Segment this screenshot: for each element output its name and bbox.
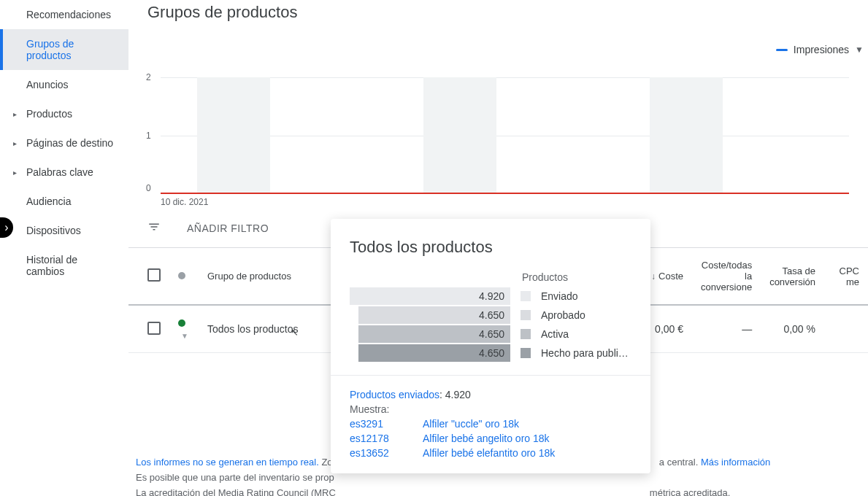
x-tick-start: 10 dic. 2021 bbox=[161, 197, 208, 207]
swatch-icon bbox=[521, 329, 531, 339]
cell-cost-per-conv: — bbox=[692, 305, 761, 353]
select-all-checkbox[interactable] bbox=[147, 268, 161, 282]
col-cpc[interactable]: CPC me bbox=[824, 248, 868, 305]
col-cost-per-conv[interactable]: Coste/todas la conversione bbox=[692, 248, 761, 305]
cell-conv-rate: 0,00 % bbox=[761, 305, 824, 353]
chevron-down-icon: ▼ bbox=[855, 44, 864, 55]
sample-name-link[interactable]: Alfiler bebé elefantito oro 18k bbox=[423, 447, 555, 459]
page-title: Grupos de productos bbox=[128, 0, 868, 35]
cell-cpc bbox=[824, 305, 868, 353]
chevron-right-icon: ▸ bbox=[13, 168, 17, 177]
chart-container: Impresiones ▼ 2 1 0 10 dic. 2021 bbox=[128, 35, 868, 201]
sample-name-link[interactable]: Alfiler bebé angelito oro 18k bbox=[423, 433, 550, 444]
footer-link-more-info[interactable]: Más información bbox=[701, 457, 770, 468]
sidebar-item-palabras-clave[interactable]: ▸Palabras clave bbox=[0, 158, 128, 187]
sample-id-link[interactable]: es12178 bbox=[350, 433, 423, 444]
filter-icon[interactable] bbox=[147, 220, 161, 236]
swatch-icon bbox=[521, 310, 531, 320]
y-tick-1: 1 bbox=[146, 131, 151, 141]
add-filter-button[interactable]: AÑADIR FILTRO bbox=[187, 222, 269, 234]
sort-down-icon: ↓ bbox=[651, 271, 656, 282]
sample-id-link[interactable]: es3291 bbox=[350, 418, 423, 430]
legend-dash-icon bbox=[776, 49, 788, 51]
sidebar-item-recomendaciones[interactable]: Recomendaciones bbox=[0, 0, 128, 29]
chart-area: 2 1 0 10 dic. 2021 bbox=[153, 77, 849, 194]
chart-series-line bbox=[161, 193, 849, 194]
sidebar-item-anuncios[interactable]: Anuncios bbox=[0, 70, 128, 99]
tooltip-bar-aprobado: 4.650 bbox=[358, 306, 510, 324]
tooltip-sample-row: es13652 Alfiler bebé elefantito oro 18k bbox=[350, 447, 631, 459]
sidebar-item-historial-de-cambios[interactable]: Historial de cambios bbox=[0, 245, 128, 286]
product-group-tooltip: Todos los productos Productos 4.920 Envi… bbox=[331, 219, 650, 473]
tooltip-products-header: Productos bbox=[522, 271, 631, 283]
chevron-right-icon: ▸ bbox=[13, 110, 17, 118]
sidebar: Recomendaciones Grupos de productos Anun… bbox=[0, 0, 128, 496]
sidebar-item-dispositivos[interactable]: Dispositivos bbox=[0, 216, 128, 245]
swatch-icon bbox=[521, 348, 531, 358]
swatch-icon bbox=[521, 291, 531, 301]
sidebar-item-grupos-de-productos[interactable]: Grupos de productos bbox=[0, 29, 128, 70]
sample-id-link[interactable]: es13652 bbox=[350, 447, 423, 459]
legend-label: Impresiones bbox=[794, 44, 849, 55]
footer-link-reports[interactable]: Los informes no se generan en tiempo rea… bbox=[136, 457, 319, 468]
status-indicator-icon bbox=[178, 272, 185, 279]
tooltip-sample-row: es3291 Alfiler "uccle" oro 18k bbox=[350, 418, 631, 430]
tooltip-bar-publicar: 4.650 bbox=[358, 344, 510, 362]
sidebar-item-paginas-de-destino[interactable]: ▸Páginas de destino bbox=[0, 128, 128, 158]
chart-legend-dropdown[interactable]: Impresiones ▼ bbox=[776, 44, 864, 55]
tooltip-sample-label: Muestra: bbox=[350, 403, 631, 415]
sidebar-item-productos[interactable]: ▸Productos bbox=[0, 99, 128, 128]
col-conv-rate[interactable]: Tasa de conversión bbox=[761, 248, 824, 305]
row-checkbox[interactable] bbox=[147, 322, 161, 335]
sample-name-link[interactable]: Alfiler "uccle" oro 18k bbox=[423, 418, 519, 430]
sidebar-item-audiencia[interactable]: Audiencia bbox=[0, 187, 128, 216]
status-dot-active-icon bbox=[178, 319, 185, 327]
y-tick-2: 2 bbox=[146, 72, 151, 82]
tooltip-sample-row: es12178 Alfiler bebé angelito oro 18k bbox=[350, 433, 631, 444]
chevron-down-icon[interactable]: ▼ bbox=[181, 332, 188, 340]
chevron-right-icon: ▸ bbox=[13, 139, 17, 147]
tooltip-sent-line: Productos enviados: 4.920 bbox=[350, 389, 631, 400]
tooltip-bar-enviado: 4.920 bbox=[350, 287, 510, 305]
tooltip-bar-activa: 4.650 bbox=[358, 325, 510, 343]
y-tick-0: 0 bbox=[146, 183, 151, 193]
tooltip-title: Todos los productos bbox=[350, 238, 631, 257]
